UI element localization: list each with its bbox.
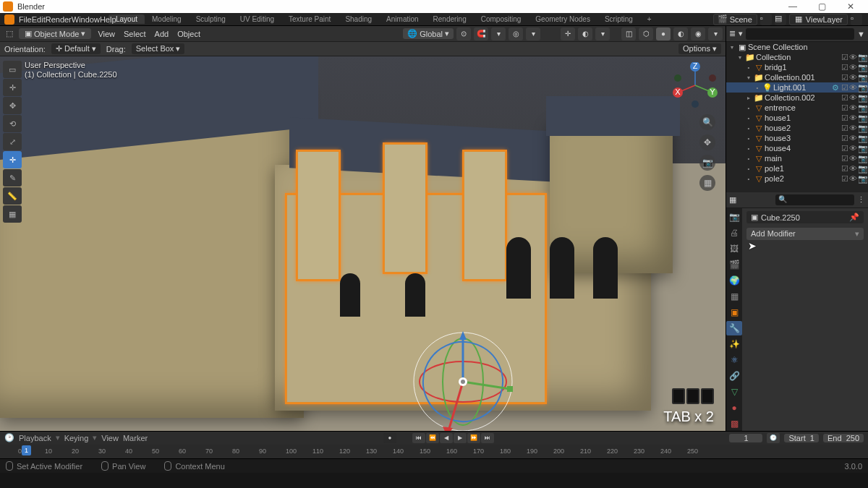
shading-matcap-button[interactable]: ◐ <box>673 27 688 40</box>
viewlayer-selector[interactable]: ▦ViewLayer <box>789 14 848 25</box>
options-dropdown[interactable]: Options ▾ <box>678 43 721 54</box>
move-tool[interactable]: ✥ <box>3 97 22 114</box>
scene-browse-button[interactable]: ▤ <box>775 14 786 25</box>
orientation-default-dropdown[interactable]: ✛ Default ▾ <box>51 43 101 54</box>
ptab-object[interactable]: ▣ <box>726 305 742 320</box>
pin-icon[interactable]: 📌 <box>849 213 859 222</box>
outliner-scene-collection[interactable]: ▾▣Scene Collection <box>726 42 868 52</box>
outliner-item-main[interactable]: •▽main☑👁📷 <box>726 153 868 163</box>
overlay-button[interactable]: ◐ <box>578 27 592 40</box>
outliner-search-input[interactable] <box>746 28 854 40</box>
timeline-type-icon[interactable]: 🕑 <box>4 433 14 442</box>
measure-tool[interactable]: 📏 <box>3 187 22 205</box>
editor-type-icon[interactable]: ⬚ <box>3 29 16 38</box>
workspace-tab-rendering[interactable]: Rendering <box>426 14 474 24</box>
menu-render[interactable]: Render <box>46 15 72 24</box>
ptab-physics[interactable]: ⚛ <box>726 353 742 367</box>
perspective-toggle-icon[interactable]: ▦ <box>699 175 715 191</box>
gizmo-visibility-button[interactable]: ✛ <box>561 27 575 40</box>
shading-wireframe-button[interactable]: ⬡ <box>639 27 653 40</box>
start-frame-field[interactable]: Start 1 <box>784 434 818 442</box>
viewport-menu-view[interactable]: View <box>94 30 119 38</box>
properties-search-input[interactable]: 🔍 <box>775 194 854 205</box>
workspace-tab-uv-editing[interactable]: UV Editing <box>233 14 281 24</box>
prev-keyframe-button[interactable]: ⏪ <box>426 433 439 443</box>
outliner-item-collection[interactable]: ▾📁Collection☑👁📷 <box>726 52 868 62</box>
outliner-item-collection-002[interactable]: ▸📁Collection.002☑👁📷 <box>726 93 868 103</box>
jump-end-button[interactable]: ⏭ <box>481 433 494 443</box>
outliner-item-house1[interactable]: •▽house1☑👁📷 <box>726 113 868 123</box>
ptab-output[interactable]: 🖨 <box>726 226 742 240</box>
playhead[interactable]: 1 <box>22 445 31 455</box>
autokey-button[interactable]: ● <box>383 433 396 443</box>
cursor-tool[interactable]: ✛ <box>3 79 22 96</box>
ptab-material[interactable]: ● <box>726 401 742 415</box>
next-keyframe-button[interactable]: ⏩ <box>467 433 480 443</box>
outliner-item-pole2[interactable]: •▽pole2☑👁📷 <box>726 174 868 184</box>
annotate-tool[interactable]: ✎ <box>3 169 22 187</box>
add-primitive-tool[interactable]: ▦ <box>3 205 22 223</box>
ptab-render[interactable]: 📷 <box>726 210 742 224</box>
ptab-mesh[interactable]: ▽ <box>726 385 742 399</box>
outliner-item-house4[interactable]: •▽house4☑👁📷 <box>726 143 868 153</box>
outliner-tree[interactable]: ▾▣Scene Collection▾📁Collection☑👁📷•▽bridg… <box>726 42 868 192</box>
orientation-selector[interactable]: 🌐 Global ▾ <box>403 28 454 39</box>
workspace-tab-animation[interactable]: Animation <box>379 14 425 24</box>
shading-render-button[interactable]: ◉ <box>691 27 705 40</box>
select-box-dropdown[interactable]: Select Box ▾ <box>132 43 185 54</box>
filter-button[interactable]: ▼ <box>857 30 865 38</box>
add-modifier-button[interactable]: Add Modifier▾ <box>746 228 864 240</box>
outliner-item-collection-001[interactable]: ▾📁Collection.001☑👁📷 <box>726 72 868 82</box>
menu-help[interactable]: Help <box>100 15 116 24</box>
outliner-item-pole1[interactable]: •▽pole1☑👁📷 <box>726 163 868 174</box>
menu-edit[interactable]: Edit <box>32 15 46 24</box>
overlay-dropdown[interactable]: ▾ <box>595 27 610 40</box>
menu-file[interactable]: File <box>19 15 32 24</box>
outliner-mode-icon[interactable]: ▾ <box>739 29 743 38</box>
properties-options-icon[interactable]: ⋮ <box>857 195 865 205</box>
scene-new-button[interactable]: ▫ <box>760 14 772 25</box>
outliner-item-light-001[interactable]: •💡Light.001⚙☑👁📷 <box>726 82 868 93</box>
rotate-tool[interactable]: ⟲ <box>3 115 22 132</box>
use-preview-range-button[interactable]: 🕑 <box>767 433 780 443</box>
ptab-world[interactable]: 🌍 <box>726 273 742 288</box>
interaction-mode-selector[interactable]: ▣ Object Mode ▾ <box>19 28 91 39</box>
scene-selector[interactable]: 🎬Scene <box>713 14 757 25</box>
outliner-item-bridg1[interactable]: •▽bridg1☑👁📷 <box>726 62 868 72</box>
proportional-button[interactable]: ◎ <box>509 27 523 40</box>
ptab-viewlayer[interactable]: 🖼 <box>726 241 742 256</box>
current-frame-field[interactable]: 1 <box>729 434 762 442</box>
workspace-tab-modeling[interactable]: Modeling <box>145 14 189 24</box>
snap-target-button[interactable]: ▾ <box>491 27 506 40</box>
ptab-modifiers[interactable]: 🔧 <box>726 321 742 335</box>
timeline-ruler[interactable]: 1 01020304050607080901001101201301401501… <box>0 445 868 458</box>
ptab-texture[interactable]: ▩ <box>726 416 742 431</box>
minimize-button[interactable]: — <box>778 1 807 12</box>
workspace-tab-compositing[interactable]: Compositing <box>474 14 529 24</box>
ptab-constraints[interactable]: 🔗 <box>726 369 742 383</box>
play-button[interactable]: ▶ <box>454 433 467 443</box>
snap-button[interactable]: 🧲 <box>474 27 488 40</box>
pan-icon[interactable]: ✥ <box>699 134 715 150</box>
ptab-scene[interactable]: 🎬 <box>726 257 742 272</box>
workspace-tab-shading[interactable]: Shading <box>338 14 379 24</box>
timeline-menu-playback[interactable]: Playback <box>19 434 51 442</box>
outliner-item-entrence[interactable]: •▽entrence☑👁📷 <box>726 103 868 113</box>
workspace-tab-geometry-nodes[interactable]: Geometry Nodes <box>528 14 597 24</box>
scale-tool[interactable]: ⤢ <box>3 133 22 150</box>
ptab-collection[interactable]: ▦ <box>726 289 742 304</box>
transform-tool[interactable]: ✛ <box>3 151 22 168</box>
workspace-tab-texture-paint[interactable]: Texture Paint <box>281 14 338 24</box>
pivot-point-button[interactable]: ⊙ <box>456 27 471 40</box>
viewlayer-new-button[interactable]: ▫ <box>851 14 862 25</box>
workspace-tab-sculpting[interactable]: Sculpting <box>189 14 233 24</box>
properties-breadcrumb[interactable]: ▣ Cube.2250 📌 <box>746 211 864 223</box>
shading-solid-button[interactable]: ● <box>656 27 671 40</box>
viewport-menu-object[interactable]: Object <box>174 30 204 38</box>
shading-dropdown[interactable]: ▾ <box>708 27 723 40</box>
close-button[interactable]: ✕ <box>836 1 865 12</box>
maximize-button[interactable]: ▢ <box>807 1 836 12</box>
xray-button[interactable]: ◫ <box>621 27 636 40</box>
timeline-menu-view[interactable]: View <box>101 434 119 442</box>
select-box-tool[interactable]: ▭ <box>3 61 22 78</box>
